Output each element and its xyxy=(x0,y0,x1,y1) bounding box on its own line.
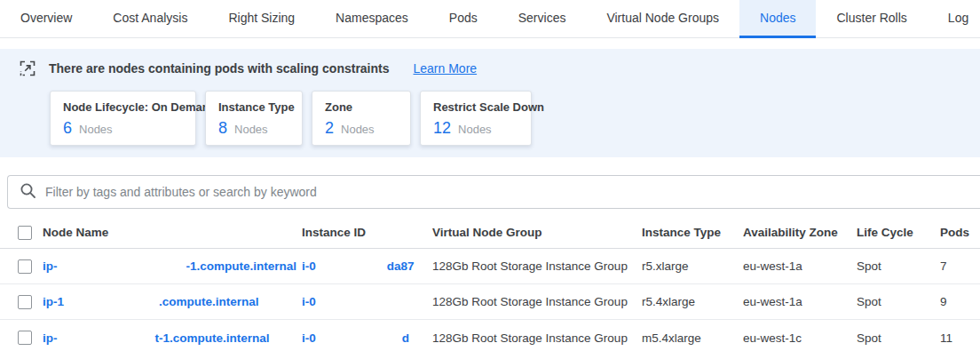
virtual-node-group-cell: 128Gb Root Storage Instance Group xyxy=(432,331,642,345)
card-unit: Nodes xyxy=(79,123,113,136)
col-virtual-node-group: Virtual Node Group xyxy=(432,226,642,239)
col-instance-type: Instance Type xyxy=(642,226,743,239)
select-all-checkbox[interactable] xyxy=(18,226,32,240)
row-checkbox[interactable] xyxy=(18,295,32,309)
card-instance-type[interactable]: Instance Type 8 Nodes xyxy=(205,91,303,146)
card-title: Node Lifecycle: On Demand xyxy=(63,100,183,115)
col-life-cycle: Life Cycle xyxy=(857,226,940,239)
filter-search-bar xyxy=(7,175,980,209)
tab-nodes[interactable]: Nodes xyxy=(739,0,816,38)
pods-cell: 7 xyxy=(940,259,980,273)
node-name-link[interactable]: ip-t-1.compute.internal xyxy=(43,331,302,345)
card-unit: Nodes xyxy=(341,123,375,136)
tab-cost-analysis[interactable]: Cost Analysis xyxy=(92,0,208,38)
instance-type-cell: r5.xlarge xyxy=(642,259,743,273)
tab-right-sizing[interactable]: Right Sizing xyxy=(208,0,315,38)
card-restrict-scale-down[interactable]: Restrict Scale Down 12 Nodes xyxy=(420,91,532,146)
col-instance-id: Instance ID xyxy=(302,226,432,239)
instance-id-link[interactable]: i-0d xyxy=(302,331,432,345)
card-title: Restrict Scale Down xyxy=(433,100,518,115)
availability-zone-cell: eu-west-1c xyxy=(743,331,857,345)
scaling-constraint-icon xyxy=(20,60,36,76)
search-icon xyxy=(20,182,36,203)
tab-bar: Overview Cost Analysis Right Sizing Name… xyxy=(0,0,980,38)
col-availability-zone: Availability Zone xyxy=(743,226,857,239)
instance-type-cell: m5.4xlarge xyxy=(642,331,743,345)
node-name-link[interactable]: ip--1.compute.internal xyxy=(43,259,302,273)
life-cycle-cell: Spot xyxy=(857,331,940,345)
constraint-summary-cards: Node Lifecycle: On Demand 6 Nodes Instan… xyxy=(50,91,980,146)
tab-pods[interactable]: Pods xyxy=(429,0,498,38)
card-title: Zone xyxy=(325,100,398,115)
row-checkbox[interactable] xyxy=(18,331,32,345)
tab-namespaces[interactable]: Namespaces xyxy=(315,0,429,38)
availability-zone-cell: eu-west-1a xyxy=(743,259,857,273)
virtual-node-group-cell: 128Gb Root Storage Instance Group xyxy=(432,259,642,273)
redacted-text xyxy=(58,269,186,270)
redacted-text xyxy=(316,269,387,270)
pods-cell: 11 xyxy=(940,331,980,345)
redacted-text xyxy=(64,305,159,306)
availability-zone-cell: eu-west-1a xyxy=(743,295,857,308)
scaling-constraints-banner: There are nodes containing pods with sca… xyxy=(0,49,980,157)
card-count: 12 xyxy=(433,119,451,138)
col-node-name: Node Name xyxy=(43,226,302,239)
pods-cell: 9 xyxy=(940,295,980,308)
card-count: 2 xyxy=(325,119,334,138)
table-row[interactable]: ip--1.compute.internal i-0da87 128Gb Roo… xyxy=(0,249,980,284)
card-count: 6 xyxy=(63,119,72,138)
card-node-lifecycle-on-demand[interactable]: Node Lifecycle: On Demand 6 Nodes xyxy=(50,91,196,146)
table-row[interactable]: ip-t-1.compute.internal i-0d 128Gb Root … xyxy=(0,320,980,355)
redacted-text xyxy=(58,341,155,342)
tab-log[interactable]: Log xyxy=(928,0,980,38)
row-checkbox[interactable] xyxy=(18,259,32,274)
card-title: Instance Type xyxy=(218,100,289,115)
tab-overview[interactable]: Overview xyxy=(0,0,92,38)
col-pods: Pods xyxy=(940,226,980,239)
node-name-link[interactable]: ip-1.compute.internal xyxy=(43,295,302,308)
instance-type-cell: r5.4xlarge xyxy=(642,295,743,308)
learn-more-link[interactable]: Learn More xyxy=(414,61,478,76)
tab-services[interactable]: Services xyxy=(498,0,587,38)
card-zone[interactable]: Zone 2 Nodes xyxy=(312,91,411,146)
table-header-row: Node Name Instance ID Virtual Node Group… xyxy=(0,217,980,249)
card-unit: Nodes xyxy=(234,123,268,136)
redacted-text xyxy=(316,341,402,342)
nodes-table: Node Name Instance ID Virtual Node Group… xyxy=(0,217,980,355)
tab-virtual-node-groups[interactable]: Virtual Node Groups xyxy=(586,0,739,38)
table-row[interactable]: ip-1.compute.internal i-0 128Gb Root Sto… xyxy=(0,284,980,320)
card-unit: Nodes xyxy=(458,123,492,136)
search-input[interactable] xyxy=(45,185,980,199)
virtual-node-group-cell: 128Gb Root Storage Instance Group xyxy=(432,295,642,308)
banner-message: There are nodes containing pods with sca… xyxy=(49,61,390,76)
instance-id-link[interactable]: i-0da87 xyxy=(302,259,432,273)
tab-cluster-rolls[interactable]: Cluster Rolls xyxy=(816,0,927,38)
instance-id-link[interactable]: i-0 xyxy=(302,295,432,308)
life-cycle-cell: Spot xyxy=(857,295,940,308)
life-cycle-cell: Spot xyxy=(857,259,940,273)
card-count: 8 xyxy=(218,119,227,138)
